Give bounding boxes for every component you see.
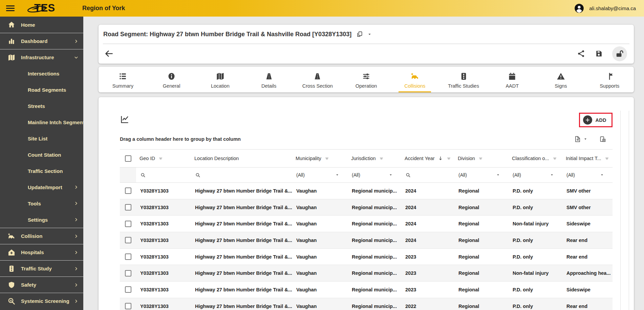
row-checkbox[interactable]	[125, 221, 131, 227]
column-header-location-description[interactable]: Location Description	[191, 156, 292, 161]
row-checkbox[interactable]	[125, 286, 131, 293]
main-content: Road Segment: Highway 27 btwn Humber Bri…	[83, 17, 644, 310]
row-checkbox[interactable]	[125, 204, 131, 211]
sidebar-item-infrastructure[interactable]: Infrastructure	[0, 49, 83, 65]
row-checkbox[interactable]	[125, 303, 131, 309]
row-checkbox[interactable]	[125, 270, 131, 276]
column-chooser-icon[interactable]	[599, 136, 606, 143]
tab-summary[interactable]: Summary	[99, 67, 147, 92]
sidebar-item-home[interactable]: Home	[0, 17, 83, 33]
table-row-6[interactable]: Y0328Y1303Highway 27 btwn Humber Bridge …	[120, 265, 613, 282]
search-icon[interactable]	[195, 172, 201, 178]
sidebar-item-road-segments[interactable]: Road Segments	[0, 82, 83, 98]
person-icon[interactable]	[574, 3, 584, 13]
header-filter-icon[interactable]	[478, 156, 483, 161]
sidebar-item-intersections[interactable]: Intersections	[0, 65, 83, 82]
sidebar-item-traffic-section[interactable]: Traffic Section	[0, 163, 83, 179]
select-all-checkbox[interactable]	[125, 155, 131, 162]
sidebar-item-site-list[interactable]: Site List	[0, 130, 83, 147]
tab-collisions[interactable]: Collisions	[390, 67, 439, 92]
tab-label: Operation	[356, 83, 377, 89]
table-row-7[interactable]: Y0328Y1303Highway 27 btwn Humber Bridge …	[120, 282, 613, 298]
table-row-4[interactable]: Y0328Y1303Highway 27 btwn Humber Bridge …	[120, 232, 613, 249]
table-body: Y0328Y1303Highway 27 btwn Humber Bridge …	[120, 183, 613, 310]
sidebar-item-hospitals[interactable]: Hospitals	[0, 244, 83, 260]
table-row-2[interactable]: Y0328Y1303Highway 27 btwn Humber Bridge …	[120, 199, 613, 216]
add-collision-button[interactable]: ADD	[580, 114, 611, 126]
sidebar-item-settings[interactable]: Settings	[0, 212, 83, 228]
filter-select-division[interactable]: (All)	[454, 168, 509, 182]
tab-location[interactable]: Location	[196, 67, 244, 92]
sidebar-item-tools[interactable]: Tools	[0, 195, 83, 212]
column-header-accident-year[interactable]: Accident Year	[401, 156, 454, 161]
table-row-8[interactable]: Y0328Y1303Highway 27 btwn Humber Bridge …	[120, 298, 613, 310]
filter-select-initial-impact-t[interactable]: (All)	[562, 168, 613, 182]
header-filter-icon[interactable]	[552, 156, 557, 161]
sidebar-item-safety[interactable]: Safety	[0, 276, 83, 293]
lock-button[interactable]	[612, 46, 627, 61]
cell-jurisdiction: Regional municip...	[348, 221, 401, 226]
filter-select-municipality[interactable]: (All)	[292, 168, 348, 182]
tab-supports[interactable]: Supports	[585, 67, 634, 92]
header-filter-icon[interactable]	[158, 156, 163, 161]
table-scrollbar[interactable]	[620, 111, 629, 310]
magnifier-chart-icon	[7, 297, 16, 305]
header-filter-icon[interactable]	[446, 156, 451, 161]
info-circle-icon	[167, 72, 176, 81]
column-header-classification-o[interactable]: Classification o...	[509, 156, 562, 161]
sidebar-item-streets[interactable]: Streets	[0, 98, 83, 114]
tab-general[interactable]: General	[147, 67, 196, 92]
save-icon[interactable]	[595, 49, 603, 58]
row-checkbox[interactable]	[125, 253, 131, 260]
header-filter-icon[interactable]	[324, 156, 329, 161]
back-arrow-icon[interactable]	[104, 49, 113, 58]
tab-aadt[interactable]: AADT	[488, 67, 537, 92]
filter-input-accident-year[interactable]	[401, 168, 454, 182]
tab-operation[interactable]: Operation	[342, 67, 391, 92]
tab-cross-section[interactable]: Cross Section	[293, 67, 342, 92]
column-header-division[interactable]: Division	[454, 156, 509, 161]
menu-toggle-button[interactable]	[6, 5, 15, 11]
column-header-initial-impact-t[interactable]: Initial Impact T...	[562, 156, 613, 161]
cell-accident-year: 2024	[401, 238, 454, 243]
sidebar-item-traffic-study[interactable]: Traffic Study	[0, 260, 83, 276]
column-header-municipality[interactable]: Municipality	[292, 156, 348, 161]
table-row-3[interactable]: Y0328Y1303Highway 27 btwn Humber Bridge …	[120, 216, 613, 232]
title-dropdown-caret-icon[interactable]	[368, 32, 371, 36]
column-header-label: Initial Impact T...	[566, 156, 601, 161]
sidebar-item-collision[interactable]: Collision	[0, 228, 83, 244]
filter-input-geo-id[interactable]	[136, 168, 191, 182]
sidebar-item-update-import[interactable]: Update/Import	[0, 179, 83, 195]
row-checkbox[interactable]	[125, 187, 131, 194]
search-icon[interactable]	[405, 172, 411, 178]
share-icon[interactable]	[577, 49, 585, 58]
sidebar-item-dashboard[interactable]: Dashboard	[0, 33, 83, 49]
column-header-jurisdiction[interactable]: Jurisdiction	[348, 156, 401, 161]
sidebar-item-count-station[interactable]: Count Station	[0, 147, 83, 163]
tab-details[interactable]: Details	[244, 67, 293, 92]
column-header-geo-id[interactable]: Geo ID	[136, 156, 191, 161]
header-filter-icon[interactable]	[379, 156, 384, 161]
filter-select-jurisdiction[interactable]: (All)	[348, 168, 401, 182]
line-chart-icon[interactable]	[120, 115, 129, 124]
table-row-1[interactable]: Y0328Y1303Highway 27 btwn Humber Bridge …	[120, 183, 613, 199]
detail-tabs: SummaryGeneralLocationDetailsCross Secti…	[99, 67, 634, 92]
select-all-cell	[120, 150, 136, 167]
sidebar-item-systemic-screening[interactable]: Systemic Screening	[0, 293, 83, 309]
export-icon[interactable]	[574, 135, 581, 143]
row-checkbox[interactable]	[125, 237, 131, 243]
tab-signs[interactable]: Signs	[537, 67, 585, 92]
copy-icon[interactable]	[356, 31, 363, 38]
header-filter-icon[interactable]	[604, 156, 609, 161]
user-menu[interactable]: ali.shalaby@cima.ca	[574, 3, 636, 13]
tab-traffic-studies[interactable]: Traffic Studies	[439, 67, 488, 92]
sidebar-item-label: Dashboard	[21, 38, 47, 44]
search-icon[interactable]	[140, 172, 146, 178]
app-name: TES	[34, 2, 55, 14]
filter-select-classification-o[interactable]: (All)	[509, 168, 562, 182]
sidebar-item-mainline-intch-segment[interactable]: Mainline Intch Segment	[0, 114, 83, 130]
export-caret-icon[interactable]	[584, 137, 587, 141]
filter-input-location-description[interactable]	[191, 168, 292, 182]
table-row-5[interactable]: Y0328Y1303Highway 27 btwn Humber Bridge …	[120, 249, 613, 265]
cell-classification-o: P.D. only	[509, 238, 562, 243]
